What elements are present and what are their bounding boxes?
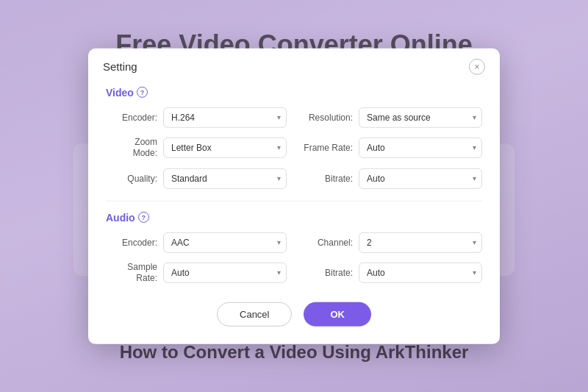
encoder-select[interactable]: H.264 H.265 MPEG-4 — [163, 107, 287, 127]
framerate-row: Frame Rate: Auto 24 30 60 ▾ — [301, 136, 482, 159]
video-section-label: Video ? — [106, 86, 482, 98]
dialog-title: Setting — [103, 60, 137, 73]
zoom-label: ZoomMode: — [106, 136, 157, 159]
resolution-select[interactable]: Same as source 1080p 720p — [359, 107, 482, 127]
zoom-row: ZoomMode: Letter Box Pan & Scan Full ▾ — [106, 136, 287, 159]
samplerate-row: SampleRate: Auto 44100 48000 ▾ — [106, 262, 287, 285]
samplerate-select-wrap: Auto 44100 48000 ▾ — [163, 263, 287, 283]
audio-encoder-row: Encoder: AAC MP3 AC3 ▾ — [106, 232, 287, 253]
cancel-button[interactable]: Cancel — [217, 302, 292, 327]
encoder-label: Encoder: — [106, 112, 157, 122]
zoom-select[interactable]: Letter Box Pan & Scan Full — [163, 138, 287, 158]
audio-form-grid: Encoder: AAC MP3 AC3 ▾ Channel: 2 1 — [106, 232, 482, 285]
encoder-row: Encoder: H.264 H.265 MPEG-4 ▾ — [106, 107, 287, 127]
samplerate-label: SampleRate: — [106, 262, 157, 285]
quality-select[interactable]: Standard High Low — [163, 168, 287, 189]
channel-row: Channel: 2 1 6 ▾ — [301, 232, 482, 253]
audio-help-icon[interactable]: ? — [138, 212, 149, 223]
channel-label: Channel: — [301, 238, 353, 248]
audio-bitrate-row: Bitrate: Auto 128k 256k ▾ — [301, 262, 482, 285]
framerate-label: Frame Rate: — [301, 143, 353, 153]
audio-encoder-select-wrap: AAC MP3 AC3 ▾ — [163, 232, 287, 253]
audio-section-label: Audio ? — [106, 212, 482, 224]
section-divider — [106, 201, 482, 202]
ok-button[interactable]: OK — [304, 302, 371, 327]
samplerate-select[interactable]: Auto 44100 48000 — [163, 263, 287, 283]
resolution-label: Resolution: — [301, 112, 353, 122]
quality-row: Quality: Standard High Low ▾ — [106, 168, 287, 189]
encoder-select-wrap: H.264 H.265 MPEG-4 ▾ — [163, 107, 287, 127]
resolution-row: Resolution: Same as source 1080p 720p ▾ — [301, 107, 482, 127]
dialog-body: Video ? Encoder: H.264 H.265 MPEG-4 ▾ Re… — [88, 82, 500, 284]
audio-encoder-label: Encoder: — [106, 238, 157, 248]
video-bitrate-label: Bitrate: — [301, 174, 353, 184]
channel-select-wrap: 2 1 6 ▾ — [359, 232, 482, 253]
zoom-select-wrap: Letter Box Pan & Scan Full ▾ — [163, 138, 287, 158]
channel-select[interactable]: 2 1 6 — [359, 232, 482, 253]
dialog-header: Setting × — [88, 48, 500, 82]
close-button[interactable]: × — [469, 58, 485, 74]
dialog-footer: Cancel OK — [88, 296, 500, 327]
framerate-select-wrap: Auto 24 30 60 ▾ — [359, 138, 482, 158]
video-bitrate-row: Bitrate: Auto 512k 1024k ▾ — [301, 168, 482, 189]
framerate-select[interactable]: Auto 24 30 60 — [359, 138, 482, 158]
audio-bitrate-select-wrap: Auto 128k 256k ▾ — [359, 263, 482, 283]
audio-bitrate-select[interactable]: Auto 128k 256k — [359, 263, 482, 283]
video-form-grid: Encoder: H.264 H.265 MPEG-4 ▾ Resolution… — [106, 107, 482, 188]
audio-encoder-select[interactable]: AAC MP3 AC3 — [163, 232, 287, 253]
settings-dialog: Setting × Video ? Encoder: H.264 H.265 M… — [88, 48, 500, 343]
quality-select-wrap: Standard High Low ▾ — [163, 168, 287, 189]
video-help-icon[interactable]: ? — [137, 87, 148, 98]
resolution-select-wrap: Same as source 1080p 720p ▾ — [359, 107, 482, 127]
video-bitrate-select[interactable]: Auto 512k 1024k — [359, 168, 482, 189]
quality-label: Quality: — [106, 174, 157, 184]
video-bitrate-select-wrap: Auto 512k 1024k ▾ — [359, 168, 482, 189]
audio-bitrate-label: Bitrate: — [301, 268, 353, 278]
